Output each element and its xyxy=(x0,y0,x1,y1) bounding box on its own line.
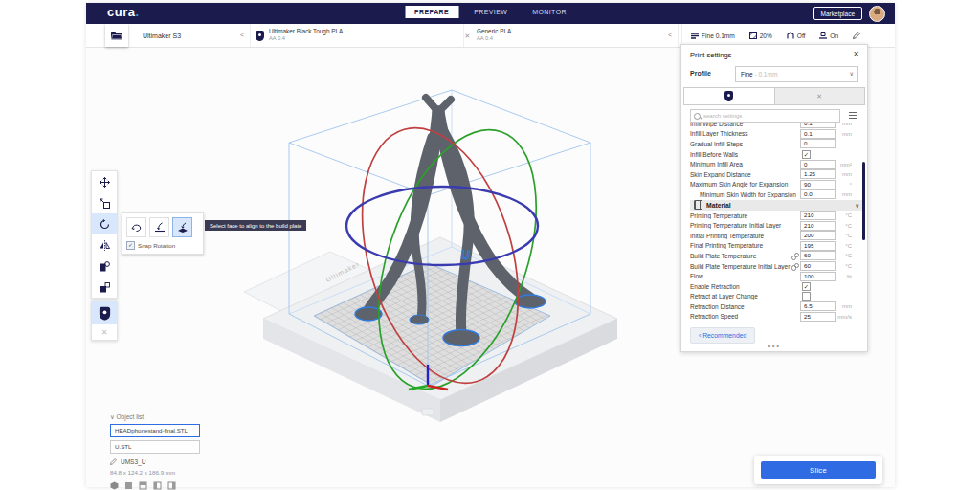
setting-value-input[interactable]: 0.1 xyxy=(800,129,836,139)
setting-value-input[interactable]: 210 xyxy=(800,211,836,220)
settings-row[interactable]: Skin Expand Distance1.25mm xyxy=(690,169,863,180)
settings-visibility-menu-icon[interactable] xyxy=(849,112,858,119)
setting-unit: mm xyxy=(836,303,852,309)
extruder-2-config[interactable]: ✕ Generic PLA AA 0.4 < xyxy=(457,24,679,47)
settings-row[interactable]: Maximum Skin Angle for Expansion90° xyxy=(690,180,863,190)
setting-value-input[interactable]: 0 xyxy=(800,139,836,148)
settings-row[interactable]: Infill Before Walls✓ xyxy=(690,149,863,160)
settings-row[interactable]: Initial Printing Temperature200°C xyxy=(690,231,863,241)
setting-value-input[interactable]: 1.25 xyxy=(800,169,836,179)
extruder-2-select-button[interactable]: ✕ xyxy=(92,324,117,340)
align-face-icon xyxy=(177,222,189,233)
setting-checkbox[interactable] xyxy=(802,292,811,301)
printer-selector[interactable]: Ultimaker S3 < xyxy=(130,24,251,47)
setting-unit: mm/s xyxy=(836,314,852,320)
mirror-icon xyxy=(100,240,110,251)
panel-title: Print settings xyxy=(690,51,731,59)
settings-row[interactable]: Retraction Distance6.5mm xyxy=(690,301,863,312)
tab-monitor[interactable]: MONITOR xyxy=(523,6,576,18)
settings-row[interactable]: Build Plate Temperature Initial Layer60°… xyxy=(690,261,863,272)
open-file-button[interactable] xyxy=(105,24,128,47)
extruder-disabled-icon: ✕ xyxy=(815,92,824,100)
setting-value-input[interactable]: 210 xyxy=(800,221,836,231)
summary-support: Off xyxy=(787,32,806,39)
close-icon[interactable]: ✕ xyxy=(853,50,859,58)
camera-view-front-icon[interactable] xyxy=(124,481,133,490)
panel-resize-handle[interactable]: ••• xyxy=(768,342,781,350)
lay-flat-button[interactable] xyxy=(149,217,169,237)
extruder-disabled-icon: ✕ xyxy=(463,32,472,40)
camera-view-right-icon[interactable] xyxy=(167,481,176,490)
setting-value-input[interactable]: 90 xyxy=(800,180,836,189)
settings-row[interactable]: Gradual Infill Steps0 xyxy=(690,139,863,149)
scale-tool-button[interactable] xyxy=(92,192,117,213)
object-list-item[interactable]: HEADphonestand-final.STL xyxy=(110,424,200,437)
settings-row[interactable]: Enable Retraction✓ xyxy=(690,281,863,292)
setting-label: Minimum Infill Area xyxy=(690,161,800,167)
edit-settings-pencil-icon[interactable] xyxy=(853,32,860,39)
align-face-button[interactable] xyxy=(172,217,192,237)
setting-value-input[interactable]: 0.1 xyxy=(800,123,836,128)
rotate-tool-button[interactable] xyxy=(92,213,117,234)
settings-row[interactable]: Final Printing Temperature195°C xyxy=(690,241,863,252)
setting-value-input[interactable]: 200 xyxy=(800,231,836,240)
support-blocker-button[interactable] xyxy=(92,277,117,298)
setting-label: Retraction Distance xyxy=(690,303,800,310)
setting-label: Final Printing Temperature xyxy=(690,242,800,249)
camera-view-left-icon[interactable] xyxy=(153,481,162,490)
tab-prepare[interactable]: PREPARE xyxy=(405,6,458,18)
setting-value-input[interactable]: 60 xyxy=(800,251,836,260)
settings-category-row[interactable]: Material∨ xyxy=(690,200,863,211)
camera-view-3d-icon[interactable] xyxy=(110,481,119,490)
search-settings-input[interactable]: search settings xyxy=(690,109,840,122)
user-avatar[interactable] xyxy=(869,6,885,22)
setting-value-input[interactable]: 0 xyxy=(800,160,836,169)
settings-row[interactable]: Minimum Infill Area0mm² xyxy=(690,159,863,169)
settings-row[interactable]: Printing Temperature Initial Layer210°C xyxy=(690,220,863,231)
setting-value-input[interactable]: 6.5 xyxy=(800,301,836,311)
slice-button[interactable]: Slice xyxy=(761,461,876,479)
settings-row[interactable]: Build Plate Temperature60°C xyxy=(690,251,863,261)
chevron-left-icon: < xyxy=(240,32,244,38)
settings-row[interactable]: Printing Temperature210°C xyxy=(690,211,863,221)
setting-value-input[interactable]: 25 xyxy=(800,312,836,322)
reset-rotation-icon xyxy=(131,222,142,233)
camera-view-top-icon[interactable] xyxy=(139,481,147,490)
move-tool-button[interactable] xyxy=(92,171,117,192)
tab-preview[interactable]: PREVIEW xyxy=(464,6,517,18)
recommended-mode-button[interactable]: ‹ Recommended xyxy=(690,327,755,344)
extruder-1-config[interactable]: Ultimaker Black Tough PLA AA 0.4 xyxy=(250,24,464,47)
per-model-settings-button[interactable] xyxy=(92,256,117,277)
setting-label: Maximum Skin Angle for Expansion xyxy=(690,181,800,188)
reset-rotation-button[interactable] xyxy=(126,217,146,237)
setting-unit: °C xyxy=(836,212,852,218)
setting-unit: °C xyxy=(836,243,852,249)
setting-value-input[interactable]: 195 xyxy=(800,241,836,251)
mirror-tool-button[interactable] xyxy=(92,234,117,256)
extruder-tab-2[interactable]: ✕ xyxy=(775,87,866,104)
slice-card: Slice xyxy=(754,456,882,484)
settings-row[interactable]: Infill Layer Thickness0.1mm xyxy=(690,129,863,140)
infill-icon xyxy=(749,32,757,39)
settings-scrollbar[interactable] xyxy=(862,162,865,240)
object-list-header[interactable]: ∨ Object list xyxy=(110,413,200,421)
settings-row[interactable]: Retract at Layer Change xyxy=(690,292,863,302)
setting-value-input[interactable]: 60 xyxy=(800,261,836,271)
marketplace-button[interactable]: Marketplace xyxy=(813,7,862,20)
app-header: cura. PREPARE PREVIEW MONITOR Marketplac… xyxy=(86,3,895,24)
extruder-1-nozzle: AA 0.4 xyxy=(269,35,343,42)
snap-rotation-checkbox[interactable]: ✓ xyxy=(126,241,135,250)
printer-name-row[interactable]: UMS3_U xyxy=(110,458,200,465)
setting-checkbox[interactable]: ✓ xyxy=(802,150,811,159)
extruder-tab-1[interactable] xyxy=(683,87,775,104)
settings-row[interactable]: Minimum Skin Width for Expansion0.0mm xyxy=(690,189,863,200)
settings-row[interactable]: Flow100% xyxy=(690,271,863,281)
setting-value-input[interactable]: 100 xyxy=(800,272,836,281)
setting-value-input[interactable]: 0.0 xyxy=(800,189,836,199)
object-list-item[interactable]: U.STL xyxy=(110,440,200,454)
profile-dropdown[interactable]: Fine - 0.1mm ∨ xyxy=(735,66,858,82)
extruder-1-select-button[interactable] xyxy=(92,301,117,324)
settings-row[interactable]: Retraction Speed25mm/s xyxy=(690,312,863,323)
folder-icon xyxy=(111,31,122,40)
setting-checkbox[interactable]: ✓ xyxy=(802,282,811,291)
